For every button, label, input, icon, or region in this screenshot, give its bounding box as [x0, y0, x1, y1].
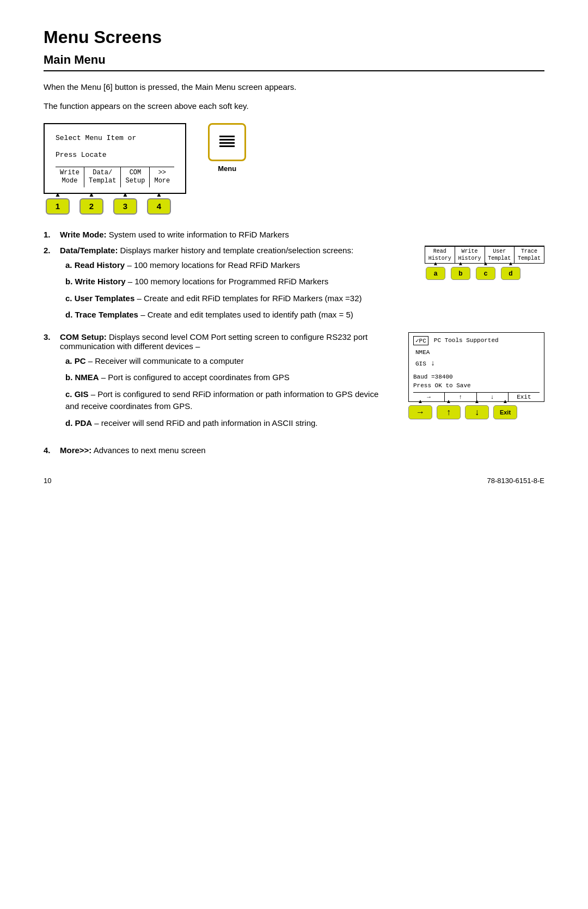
com-options: NMEA GIS ↓: [415, 347, 540, 370]
com-baud: Baud =38400: [413, 374, 540, 380]
item-3c-label: c.: [65, 389, 72, 399]
item-2a: a. Read History – 100 memory locations f…: [65, 259, 408, 272]
item-2b-bold: Write History: [75, 277, 126, 286]
item-3d: d. PDA – receiver will send RFiD and pat…: [65, 417, 392, 430]
com-screen: ✓PC PC Tools Supported NMEA GIS ↓ Baud =…: [408, 332, 544, 402]
com-arrow: ↓: [431, 357, 435, 370]
item-2-content: 2. Data/Template: Displays marker histor…: [44, 246, 408, 332]
item-2-main: Data/Template: Displays marker history a…: [60, 246, 408, 326]
item-3c-text: – Port is configured to send RFiD inform…: [65, 389, 378, 411]
item-3-number: 3.: [44, 332, 56, 434]
page-number: 10: [44, 477, 51, 485]
softkey-3: COMSetup: [121, 167, 150, 187]
softkey-2: Data/Templat: [84, 167, 121, 187]
dt-button-b[interactable]: b: [451, 267, 470, 280]
menu-icon-svg: [216, 131, 238, 153]
item-2b-text: – 100 memory locations for Programmed RF…: [126, 277, 329, 286]
main-menu-diagram-row: Select Menu Item or Press Locate WriteMo…: [44, 123, 544, 215]
button-1[interactable]: 1: [46, 198, 70, 215]
item-3-row: 3. COM Setup: Displays second level COM …: [44, 332, 544, 441]
com-press: Press OK to Save: [413, 382, 540, 389]
item-1: 1. Write Mode: System used to write info…: [44, 230, 544, 239]
item-3a-bold: PC: [75, 356, 86, 365]
item-2d-text: – Create and edit templates used to iden…: [138, 310, 353, 319]
com-pc-label: PC Tools Supported: [434, 337, 499, 344]
item-4-number: 4.: [44, 446, 56, 455]
item-3c: c. GIS – Port is configured to send RFiD…: [65, 388, 392, 413]
item-3d-label: d.: [65, 418, 72, 428]
item-1-content: Write Mode: System used to write informa…: [60, 230, 544, 239]
item-3d-bold: PDA: [75, 418, 93, 428]
item-2a-label: a.: [65, 260, 72, 270]
menu-icon-container: Menu: [208, 123, 246, 173]
page-title: Menu Screens: [44, 27, 544, 47]
item-2a-bold: Read History: [75, 260, 125, 270]
com-header: ✓PC PC Tools Supported: [413, 336, 540, 345]
data-template-diagram: ReadHistory WriteHistory UserTemplat Tra…: [425, 246, 544, 280]
item-1-bold: Write Mode:: [60, 230, 107, 239]
item-3a-text: – Receiver will communicate to a compute…: [86, 356, 244, 365]
item-3b-text: – Port is configured to accept coordinat…: [99, 373, 290, 382]
svg-rect-1: [219, 139, 235, 141]
footer: 10 78-8130-6151-8-E: [44, 477, 544, 485]
menu-label: Menu: [218, 164, 236, 173]
menu-icon: [208, 123, 246, 161]
item-2c: c. User Templates – Create and edit RFiD…: [65, 292, 408, 305]
item-3d-text: – receiver will send RFiD and path infor…: [92, 418, 317, 428]
main-menu-screen-container: Select Menu Item or Press Locate WriteMo…: [44, 123, 186, 215]
item-4: 4. More>>: Advances to next menu screen: [44, 446, 544, 455]
com-diagram: ✓PC PC Tools Supported NMEA GIS ↓ Baud =…: [408, 332, 544, 419]
com-btn-up[interactable]: ↑: [437, 405, 461, 419]
softkey-row: WriteMode Data/Templat COMSetup >>More: [56, 167, 174, 187]
item-3a: a. PC – Receiver will communicate to a c…: [65, 355, 392, 368]
item-3b: b. NMEA – Port is configured to accept c…: [65, 371, 392, 384]
screen-line2: Press Locate: [56, 150, 174, 161]
item-2d: d. Trace Templates – Create and edit tem…: [65, 309, 408, 321]
main-menu-screen: Select Menu Item or Press Locate WriteMo…: [44, 123, 186, 194]
section-title: Main Menu: [44, 53, 544, 71]
item-3c-bold: GIS: [75, 389, 89, 399]
svg-rect-0: [219, 136, 235, 137]
item-3: 3. COM Setup: Displays second level COM …: [44, 332, 392, 434]
item-2c-label: c.: [65, 294, 72, 303]
item-3a-label: a.: [65, 356, 72, 365]
item-3-main: COM Setup: Displays second level COM Por…: [60, 332, 392, 434]
dt-button-d[interactable]: d: [501, 267, 520, 280]
item-2: 2. Data/Template: Displays marker histor…: [44, 246, 408, 326]
dt-softkey-a: ReadHistory: [425, 247, 455, 263]
button-3[interactable]: 3: [113, 198, 137, 215]
svg-rect-2: [219, 142, 235, 144]
item-2-sublist: a. Read History – 100 memory locations f…: [65, 259, 408, 321]
com-button-row: → ↑ ↓ Exit: [408, 405, 544, 419]
com-softkey-exit: Exit: [509, 393, 540, 401]
button-2[interactable]: 2: [79, 198, 103, 215]
item-2d-bold: Trace Templates: [75, 310, 138, 319]
screen-line1: Select Menu Item or: [56, 133, 174, 144]
com-btn-right[interactable]: →: [408, 405, 432, 419]
item-2-text: Displays marker history and template cre…: [118, 246, 353, 255]
button-4[interactable]: 4: [147, 198, 171, 215]
item-3b-bold: NMEA: [75, 373, 99, 382]
dt-button-c[interactable]: c: [476, 267, 495, 280]
com-nmea: NMEA: [415, 347, 540, 358]
item-3-sublist: a. PC – Receiver will communicate to a c…: [65, 355, 392, 430]
item-4-text: Advances to next menu screen: [91, 446, 205, 455]
item-1-number: 1.: [44, 230, 56, 239]
com-btn-exit[interactable]: Exit: [493, 405, 517, 419]
com-nmea-label: NMEA: [415, 347, 430, 358]
item-4-content: More>>: Advances to next menu screen: [60, 446, 544, 455]
item-2-row: 2. Data/Template: Displays marker histor…: [44, 246, 544, 332]
com-gis-row: GIS ↓: [415, 357, 540, 370]
intro-text-2: The function appears on the screen above…: [44, 100, 544, 113]
com-btn-down[interactable]: ↓: [465, 405, 489, 419]
item-2d-label: d.: [65, 310, 72, 319]
item-4-bold: More>>:: [60, 446, 91, 455]
button-row: 1 2 3 4: [44, 198, 186, 215]
item-2c-text: – Create and edit RFiD templates for RFi…: [134, 294, 362, 303]
softkey-1: WriteMode: [56, 167, 84, 187]
dt-button-a[interactable]: a: [426, 267, 445, 280]
com-checkbox-pc: ✓PC: [413, 336, 428, 345]
item-1-text: System used to write information to RFiD…: [107, 230, 289, 239]
dt-softkey-d: TraceTemplat: [514, 247, 544, 263]
item-2-number: 2.: [44, 246, 56, 326]
